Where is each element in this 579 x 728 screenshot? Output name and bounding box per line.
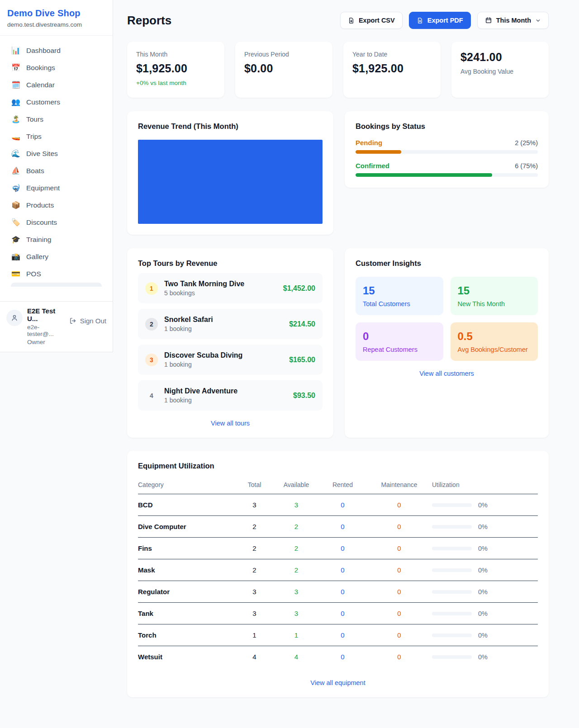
- sidebar-item-dashboard[interactable]: 📊 Dashboard: [5, 42, 107, 59]
- main-content: Reports Export CSV Export PDF This Month: [113, 0, 579, 724]
- tour-rank-badge: 1: [145, 282, 158, 295]
- tour-list-item: 4 Night Dive Adventure 1 booking $93.50: [138, 380, 323, 411]
- equipment-rented: 0: [319, 566, 366, 574]
- sidebar-item-label: Trips: [26, 132, 42, 141]
- header-actions: Export CSV Export PDF This Month: [340, 12, 549, 29]
- charts-row: Revenue Trend (This Month) Bookings by S…: [127, 111, 549, 235]
- chevron-down-icon: [535, 18, 541, 24]
- equipment-table-row: Torch 1 1 0 0 0%: [138, 624, 538, 646]
- stat-value: $241.00: [460, 51, 540, 64]
- user-panel: E2E Test U... e2e-tester@... Owner Sign …: [0, 301, 113, 352]
- insight-value: 15: [458, 284, 531, 297]
- tour-rank-badge: 2: [145, 318, 158, 331]
- tour-name: Discover Scuba Diving: [164, 351, 283, 359]
- tour-rank-badge: 3: [145, 354, 158, 366]
- user-role: Owner: [27, 339, 65, 345]
- sidebar-header: Demo Dive Shop demo.test.divestreams.com: [0, 0, 113, 36]
- tour-revenue: $165.00: [289, 356, 315, 364]
- tour-bookings: 1 booking: [164, 397, 287, 404]
- page-header: Reports Export CSV Export PDF This Month: [127, 12, 549, 29]
- stat-label: Year to Date: [352, 51, 432, 58]
- insight-tile: 15 New This Month: [451, 277, 538, 315]
- equipment-maintenance: 0: [366, 653, 432, 661]
- stat-card: This Month $1,925.00 +0% vs last month: [127, 42, 224, 98]
- status-bar-fill: [356, 150, 401, 154]
- equipment-table-row: Regulator 3 3 0 0 0%: [138, 581, 538, 603]
- status-count: 2 (25%): [515, 139, 538, 147]
- customers-icon: 👥: [11, 99, 21, 106]
- tour-name: Night Dive Adventure: [164, 387, 287, 395]
- insight-value: 15: [363, 284, 436, 297]
- utilization-bar: [432, 503, 472, 507]
- stat-value: $0.00: [244, 62, 323, 75]
- sidebar-item-customers[interactable]: 👥 Customers: [5, 94, 107, 111]
- discounts-icon: 🏷️: [11, 219, 21, 226]
- sign-out-button[interactable]: Sign Out: [69, 317, 106, 325]
- status-label: Pending: [356, 139, 382, 147]
- revenue-trend-panel: Revenue Trend (This Month): [127, 111, 333, 235]
- utilization-percent: 0%: [478, 588, 488, 596]
- sidebar-item-gallery[interactable]: 📸 Gallery: [5, 248, 107, 265]
- dashboard-icon: 📊: [11, 47, 21, 54]
- sidebar-item-equipment[interactable]: 🤿 Equipment: [5, 180, 107, 197]
- top-tours-title: Top Tours by Revenue: [138, 259, 323, 268]
- sidebar-item-discounts[interactable]: 🏷️ Discounts: [5, 214, 107, 231]
- sidebar-item-products[interactable]: 📦 Products: [5, 197, 107, 214]
- sidebar-item-label: Bookings: [26, 64, 55, 72]
- sidebar-item-label: Tours: [26, 115, 43, 123]
- equipment-maintenance: 0: [366, 544, 432, 552]
- stat-value: $1,925.00: [136, 62, 215, 75]
- period-selector[interactable]: This Month: [477, 12, 549, 29]
- insight-label: Repeat Customers: [363, 346, 436, 353]
- bookings-by-status-panel: Bookings by Status Pending 2 (25%) Confi…: [345, 111, 549, 188]
- sidebar-item-dive-sites[interactable]: 🌊 Dive Sites: [5, 145, 107, 162]
- export-pdf-button[interactable]: Export PDF: [409, 12, 471, 29]
- avatar: [6, 310, 23, 326]
- sidebar: Demo Dive Shop demo.test.divestreams.com…: [0, 0, 113, 352]
- stat-card: Year to Date $1,925.00: [343, 42, 441, 98]
- sidebar-item-boats[interactable]: ⛵ Boats: [5, 162, 107, 180]
- col-category: Category: [138, 481, 235, 488]
- file-download-icon: [348, 17, 355, 24]
- equipment-rented: 0: [319, 631, 366, 639]
- utilization-bar: [432, 590, 472, 594]
- sidebar-item-tours[interactable]: 🏝️ Tours: [5, 111, 107, 128]
- sidebar-item-label: Customers: [26, 98, 60, 106]
- sidebar-item-label: Calendar: [26, 81, 55, 89]
- sidebar-nav: 📊 Dashboard 📅 Bookings 🗓️ Calendar 👥 Cus…: [0, 36, 113, 301]
- sidebar-item-bookings[interactable]: 📅 Bookings: [5, 59, 107, 76]
- sidebar-item-label: Boats: [26, 167, 44, 175]
- tour-name: Two Tank Morning Dive: [164, 280, 277, 288]
- bookings-icon: 📅: [11, 64, 21, 71]
- revenue-trend-chart: [138, 140, 323, 224]
- equipment-maintenance: 0: [366, 588, 432, 596]
- equipment-category: Tank: [138, 610, 235, 617]
- sidebar-item-label: Gallery: [26, 253, 48, 261]
- export-csv-button[interactable]: Export CSV: [340, 12, 403, 29]
- equipment-icon: 🤿: [11, 184, 21, 192]
- sidebar-item-label: Products: [26, 201, 54, 209]
- equipment-maintenance: 0: [366, 610, 432, 617]
- sidebar-item-trips[interactable]: 🚤 Trips: [5, 128, 107, 145]
- sidebar-item-training[interactable]: 🎓 Training: [5, 231, 107, 248]
- tour-bookings: 5 bookings: [164, 289, 277, 297]
- col-rented: Rented: [319, 481, 366, 488]
- status-row: Confirmed 6 (75%): [356, 162, 538, 177]
- view-all-customers-link[interactable]: View all customers: [356, 370, 538, 377]
- utilization-bar: [432, 655, 472, 659]
- equipment-maintenance: 0: [366, 501, 432, 509]
- equipment-available: 1: [274, 631, 319, 639]
- equipment-total: 2: [235, 544, 274, 552]
- tour-revenue: $214.50: [289, 320, 315, 328]
- sidebar-item-calendar[interactable]: 🗓️ Calendar: [5, 76, 107, 94]
- view-all-tours-link[interactable]: View all tours: [138, 420, 323, 427]
- view-all-equipment-link[interactable]: View all equipment: [138, 679, 538, 686]
- user-icon: [10, 314, 19, 322]
- equipment-table-row: Fins 2 2 0 0 0%: [138, 538, 538, 559]
- utilization-percent: 0%: [478, 501, 488, 509]
- col-maintenance: Maintenance: [366, 481, 432, 488]
- sidebar-item-pos[interactable]: 💳 POS: [5, 265, 107, 283]
- tour-list-item: 1 Two Tank Morning Dive 5 bookings $1,45…: [138, 273, 323, 303]
- col-total: Total: [235, 481, 274, 488]
- equipment-total: 3: [235, 588, 274, 596]
